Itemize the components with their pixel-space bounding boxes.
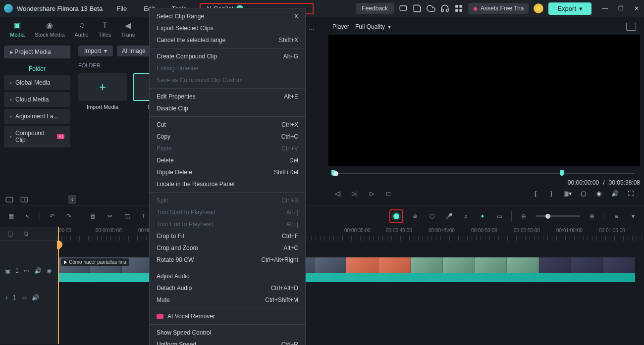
eye-icon[interactable]: ◉ (47, 267, 52, 274)
audio-track-header[interactable]: ♪1 ▭ 🔊 (0, 284, 56, 311)
sidebar-project-media[interactable]: ▸ Project Media (4, 46, 70, 58)
display-icon[interactable]: ▢ (579, 189, 588, 198)
save-icon[interactable] (413, 4, 422, 13)
aspect-icon[interactable]: ▥▾ (563, 189, 572, 198)
ctx-ripple-delete[interactable]: Ripple DeleteShift+Del (150, 166, 305, 178)
ctx-adjust-audio[interactable]: Adjust Audio (150, 270, 305, 282)
ctx-delete[interactable]: DeleteDel (150, 154, 305, 166)
ctx-create-compound-clip[interactable]: Create Compound ClipAlt+G (150, 50, 305, 62)
new-bin-icon[interactable] (20, 195, 29, 204)
text-icon[interactable]: T (139, 211, 149, 221)
undo-icon[interactable]: ↶ (47, 211, 57, 221)
video-track-header[interactable]: ▣1 ▭ 🔊 ◉ (0, 257, 56, 284)
minimize-icon[interactable]: — (601, 5, 608, 12)
fullscreen-icon[interactable]: ⛶ (626, 189, 635, 198)
stop-icon[interactable]: □ (384, 189, 393, 198)
list-icon[interactable]: ≡ (611, 211, 621, 221)
shield-icon[interactable]: ⬡ (427, 211, 437, 221)
import-dropdown[interactable]: Import ▾ (78, 46, 113, 56)
ctx-export-selected-clips[interactable]: Export Selected Clips (150, 22, 305, 34)
feedback-button[interactable]: Feedback (356, 3, 394, 14)
play-icon[interactable]: ▷ (367, 189, 376, 198)
sidebar-cloud-media[interactable]: ▸Cloud Media (4, 92, 70, 107)
more-icon[interactable]: ⋯ (309, 26, 315, 33)
brace-open-icon[interactable]: { (531, 189, 540, 198)
lock-icon[interactable]: ▭ (21, 294, 27, 301)
chevron-down-icon[interactable]: ▾ (628, 211, 638, 221)
mic-icon[interactable]: 🎤 (444, 211, 454, 221)
import-media-card[interactable]: + Import Media (78, 73, 127, 110)
collapse-sidebar-button[interactable]: ‹ (68, 195, 76, 204)
redo-icon[interactable]: ↷ (64, 211, 74, 221)
maximize-icon[interactable]: ❐ (617, 5, 624, 12)
ctx-crop-to-fit[interactable]: Crop to FitCtrl+F (150, 230, 305, 242)
video-track[interactable]: Cómo hacer pantallas fina (58, 257, 644, 282)
user-avatar[interactable] (534, 3, 543, 13)
pointer-icon[interactable]: ↖ (23, 211, 33, 221)
ctx-ai-vocal-remover[interactable]: AI Vocal Remover (150, 310, 305, 322)
headphone-icon[interactable] (440, 4, 449, 13)
ctx-edit-properties[interactable]: Edit PropertiesAlt+E (150, 91, 305, 102)
ctx-select-clip-range[interactable]: Select Clip RangeX (150, 10, 305, 22)
zoom-slider[interactable] (536, 215, 580, 217)
prev-frame-icon[interactable]: ◁| (333, 189, 342, 198)
ctx-uniform-speed[interactable]: Uniform SpeedCtrl+R (150, 339, 305, 345)
cloud-icon[interactable] (427, 4, 435, 13)
music-icon[interactable]: ♬ (461, 211, 471, 221)
ctx-mute[interactable]: MuteCtrl+Shift+M (150, 294, 305, 306)
color-icon[interactable]: ※ (410, 211, 420, 221)
menu-file[interactable]: File (112, 3, 131, 14)
ai-copilot-timeline-button[interactable] (389, 209, 403, 223)
playhead-dot[interactable] (333, 171, 338, 176)
brace-close-icon[interactable]: } (547, 189, 556, 198)
out-marker-icon[interactable] (560, 170, 564, 176)
ctx-cancel-selected-range[interactable]: Cancel the selected rangeShift+X (150, 34, 305, 46)
zoom-in-icon[interactable]: ⊕ (587, 211, 597, 221)
camera-icon[interactable]: ◉ (594, 189, 603, 198)
crop-icon[interactable]: ◫ (122, 211, 132, 221)
snapshot-icon[interactable] (626, 23, 636, 31)
export-button[interactable]: Export ▾ (548, 2, 591, 15)
ctx-crop-and-zoom[interactable]: Crop and ZoomAlt+C (150, 242, 305, 254)
assets-button[interactable]: ◆ Assets Free Tria (468, 3, 529, 14)
sidebar-adjustment-layer[interactable]: ▸Adjustment La... (4, 109, 70, 124)
timeline-settings-icon[interactable]: ▢ (5, 229, 15, 239)
tab-audio[interactable]: ♫ Audio (75, 21, 89, 38)
timeline-ruler[interactable]: 00:00 00:00:05:00 00:00:10:00 00:00:35:0… (57, 227, 644, 241)
ctx-detach-audio[interactable]: Detach AudioCtrl+Alt+D (150, 282, 305, 294)
tab-media[interactable]: ▣ Media (10, 21, 25, 38)
tab-stock-media[interactable]: ◉ Stock Media (35, 21, 65, 38)
split-icon[interactable]: ✂ (105, 211, 115, 221)
play-pause-icon[interactable]: ▷| (350, 189, 359, 198)
grid-icon[interactable]: ▦ (6, 211, 16, 221)
sidebar-folder-tab[interactable]: Folder (4, 62, 70, 75)
mute-icon[interactable]: 🔊 (34, 267, 42, 274)
ai-image-button[interactable]: AI Image (117, 46, 151, 56)
sparkle-icon[interactable]: ✦ (478, 211, 487, 221)
playhead[interactable] (58, 227, 59, 344)
ctx-locate-resource-panel[interactable]: Locate in the Resource Panel (150, 178, 305, 190)
mute-icon[interactable]: 🔊 (32, 294, 39, 301)
apps-icon[interactable] (454, 4, 463, 13)
new-folder-icon[interactable] (5, 195, 14, 204)
link-icon[interactable]: ⧉ (21, 229, 31, 239)
delete-icon[interactable]: 🗑 (88, 211, 98, 221)
lock-icon[interactable]: ▭ (24, 267, 29, 274)
tab-transitions[interactable]: ◀ Trans (121, 21, 135, 38)
ctx-cut[interactable]: CutCtrl+X (150, 119, 305, 131)
sidebar-global-media[interactable]: ▸Global Media (4, 75, 70, 90)
preview-scrubber[interactable] (328, 172, 640, 175)
timeline-tracks[interactable]: 00:00 00:00:05:00 00:00:10:00 00:00:35:0… (57, 227, 644, 344)
sidebar-compound-clip[interactable]: ▸Compound ClipAI (4, 126, 70, 148)
quality-selector[interactable]: Full Quality ▾ (355, 23, 391, 30)
video-clip[interactable]: Cómo hacer pantallas fina (58, 257, 635, 282)
ctx-copy[interactable]: CopyCtrl+C (150, 131, 305, 143)
ctx-disable-clip[interactable]: Disable Clip (150, 102, 305, 114)
ctx-rotate-90-cw[interactable]: Rotate 90 CWCtrl+Alt+Right (150, 254, 305, 266)
ctx-show-speed-control[interactable]: Show Speed Control (150, 327, 305, 339)
screen-record-icon[interactable] (399, 4, 408, 13)
marker-icon[interactable]: ▭ (494, 211, 504, 221)
video-preview[interactable] (328, 35, 640, 166)
volume-icon[interactable]: 🔊 (610, 189, 619, 198)
zoom-out-icon[interactable]: ⊖ (519, 211, 529, 221)
